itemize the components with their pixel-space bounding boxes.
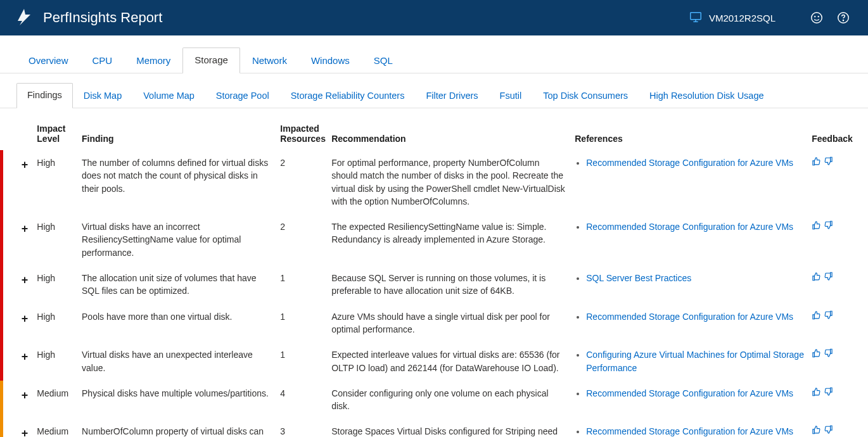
impact-bar	[0, 265, 3, 304]
reference-link[interactable]: Configuring Azure Virtual Machines for O…	[586, 350, 804, 372]
findings-table-wrap: Impact Level Finding Impacted Resources …	[0, 108, 868, 437]
impact-level: Medium	[33, 419, 78, 437]
impacted-count: 1	[276, 304, 328, 343]
thumbs-down-icon[interactable]	[824, 220, 833, 233]
expand-row-button[interactable]: +	[19, 310, 30, 327]
subtab-high-resolution-disk-usage[interactable]: High Resolution Disk Usage	[639, 84, 775, 108]
reference-link[interactable]: Recommended Storage Configuration for Az…	[586, 222, 793, 232]
col-references: References	[571, 115, 808, 150]
tab-sql[interactable]: SQL	[362, 48, 405, 73]
subtab-findings[interactable]: Findings	[16, 83, 73, 108]
references-cell: SQL Server Best Practices	[571, 265, 808, 304]
reference-link[interactable]: Recommended Storage Configuration for Az…	[586, 158, 793, 168]
impact-level: High	[33, 265, 78, 304]
col-recommendation: Recommendation	[328, 115, 571, 150]
feedback-smile-button[interactable]	[806, 7, 827, 28]
impacted-count: 3	[276, 419, 328, 437]
table-row: +MediumNumberOfColumn property of virtua…	[15, 419, 853, 437]
tab-storage[interactable]: Storage	[182, 48, 240, 73]
thumbs-down-icon[interactable]	[824, 348, 833, 361]
thumbs-down-icon[interactable]	[824, 425, 833, 437]
col-finding: Finding	[78, 115, 276, 150]
reference-link[interactable]: Recommended Storage Configuration for Az…	[586, 426, 793, 436]
thumbs-down-icon[interactable]	[824, 156, 833, 169]
references-cell: Recommended Storage Configuration for Az…	[571, 381, 808, 419]
expand-row-button[interactable]: +	[19, 425, 30, 437]
recommendation-text: The expected ResiliencySettingName value…	[328, 214, 571, 265]
col-impact-level: Impact Level	[33, 115, 78, 150]
thumbs-down-icon[interactable]	[824, 272, 833, 284]
thumbs-up-icon[interactable]	[812, 348, 821, 361]
thumbs-up-icon[interactable]	[812, 387, 821, 400]
svg-point-7	[843, 20, 843, 21]
reference-link[interactable]: Recommended Storage Configuration for Az…	[586, 388, 793, 398]
subtab-top-disk-consumers[interactable]: Top Disk Consumers	[532, 84, 639, 108]
vm-name: VM2012R2SQL	[709, 13, 775, 23]
thumbs-up-icon[interactable]	[812, 220, 821, 233]
reference-link[interactable]: SQL Server Best Practices	[586, 273, 691, 283]
svg-point-5	[818, 16, 819, 17]
references-cell: Configuring Azure Virtual Machines for O…	[571, 342, 808, 381]
findings-table: Impact Level Finding Impacted Resources …	[15, 115, 853, 437]
subtab-volume-map[interactable]: Volume Map	[132, 84, 205, 108]
thumbs-up-icon[interactable]	[812, 156, 821, 169]
thumbs-down-icon[interactable]	[824, 387, 833, 400]
impacted-count: 1	[276, 342, 328, 381]
recommendation-text: Because SQL Server is running on those v…	[328, 265, 571, 304]
feedback-cell	[808, 419, 853, 437]
table-row: +MediumPhysical disks have multiple volu…	[15, 381, 853, 419]
secondary-tabs: FindingsDisk MapVolume MapStorage PoolSt…	[0, 73, 868, 108]
finding-text: Virtual disks have an incorrect Resilien…	[78, 214, 276, 265]
subtab-storage-reliability-counters[interactable]: Storage Reliability Counters	[280, 84, 416, 108]
impact-bar	[0, 419, 3, 437]
impact-bar	[0, 381, 3, 419]
references-cell: Recommended Storage Configuration for Az…	[571, 150, 808, 214]
feedback-cell	[808, 150, 853, 214]
tab-memory[interactable]: Memory	[124, 48, 182, 73]
table-row: +HighPools have more than one virtual di…	[15, 304, 853, 343]
app-title: PerfInsights Report	[43, 10, 162, 26]
tab-overview[interactable]: Overview	[16, 48, 80, 73]
feedback-cell	[808, 304, 853, 343]
impact-level: High	[33, 304, 78, 343]
finding-text: Pools have more than one virtual disk.	[78, 304, 276, 343]
expand-row-button[interactable]: +	[19, 156, 30, 173]
impacted-count: 2	[276, 214, 328, 265]
svg-point-4	[815, 16, 815, 17]
thumbs-down-icon[interactable]	[824, 310, 833, 323]
thumbs-up-icon[interactable]	[812, 425, 821, 437]
expand-row-button[interactable]: +	[19, 387, 30, 403]
thumbs-up-icon[interactable]	[812, 310, 821, 323]
subtab-filter-drivers[interactable]: Filter Drivers	[415, 84, 488, 108]
expand-row-button[interactable]: +	[19, 348, 30, 365]
svg-rect-0	[691, 12, 701, 19]
impact-level: High	[33, 214, 78, 265]
subtab-disk-map[interactable]: Disk Map	[73, 84, 132, 108]
recommendation-text: Storage Spaces Virtual Disks configured …	[328, 419, 571, 437]
table-row: +HighVirtual disks have an incorrect Res…	[15, 214, 853, 265]
tab-network[interactable]: Network	[240, 48, 299, 73]
expand-row-button[interactable]: +	[19, 220, 30, 237]
help-button[interactable]	[833, 7, 854, 28]
subtab-fsutil[interactable]: Fsutil	[489, 84, 533, 108]
impacted-count: 2	[276, 150, 328, 214]
subtab-storage-pool[interactable]: Storage Pool	[205, 84, 280, 108]
vm-icon	[689, 10, 703, 26]
reference-link[interactable]: Recommended Storage Configuration for Az…	[586, 312, 793, 322]
expand-row-button[interactable]: +	[19, 272, 30, 288]
app-header: PerfInsights Report VM2012R2SQL	[0, 0, 868, 35]
col-impacted-resources: Impacted Resources	[276, 115, 328, 150]
impact-bar	[0, 342, 3, 381]
table-row: +HighThe number of columns defined for v…	[15, 150, 853, 214]
table-row: +HighVirtual disks have an unexpected in…	[15, 342, 853, 381]
table-row: +HighThe allocation unit size of volumes…	[15, 265, 853, 304]
impact-level: Medium	[33, 381, 78, 419]
feedback-cell	[808, 214, 853, 265]
tab-windows[interactable]: Windows	[299, 48, 362, 73]
impacted-count: 1	[276, 265, 328, 304]
tab-cpu[interactable]: CPU	[80, 48, 125, 73]
recommendation-text: For optimal performance, property Number…	[328, 150, 571, 214]
thumbs-up-icon[interactable]	[812, 272, 821, 284]
vm-indicator[interactable]: VM2012R2SQL	[689, 10, 775, 26]
finding-text: Physical disks have multiple volumes/par…	[78, 381, 276, 419]
